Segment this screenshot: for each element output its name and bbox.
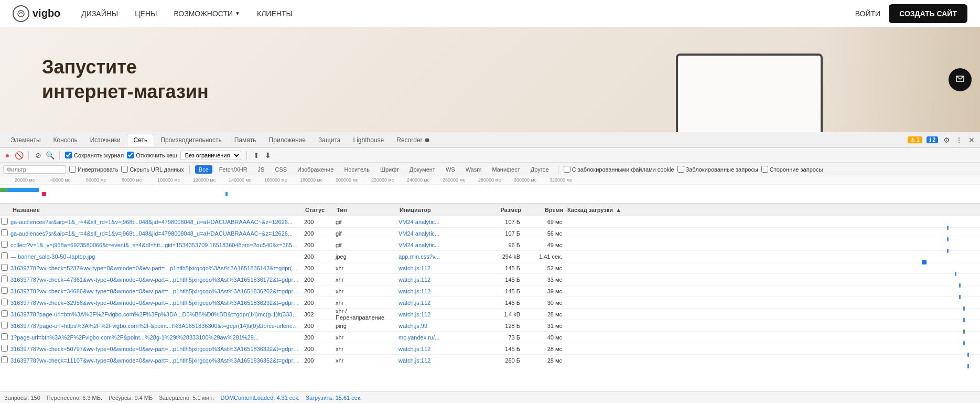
row-checkbox-0[interactable] — [0, 218, 8, 226]
record-button[interactable]: ● — [3, 151, 12, 160]
row-name-4[interactable]: 31639778?wv-check=5237&wv-type=0&wmode=0… — [8, 265, 302, 271]
col-header-cascade[interactable]: Каскад загрузки ▲ — [565, 207, 979, 213]
table-row[interactable]: 31639778?wv-check=5237&wv-type=0&wmode=0… — [0, 262, 980, 274]
row-initiator-5[interactable]: watch.js:112 — [396, 277, 480, 283]
row-initiator-10[interactable]: mc.yandex.ru/... — [396, 334, 480, 341]
tab-lighthouse[interactable]: Lighthouse — [347, 134, 391, 146]
table-row[interactable]: 31639778?wv-check=47361&wv-type=0&wmode=… — [0, 274, 980, 285]
row-name-2[interactable]: collect?v=1&_v=j968a=6923580066&t=event&… — [8, 242, 302, 248]
row-name-12[interactable]: 31639778?wv-check=11107&wv-type=0&wmode=… — [8, 357, 302, 364]
close-devtools-icon[interactable]: ✕ — [967, 136, 976, 144]
row-name-5[interactable]: 31639778?wv-check=47361&wv-type=0&wmode=… — [8, 277, 302, 283]
tab-recorder[interactable]: Recorder ⏺ — [390, 134, 437, 146]
filter-type-wasm[interactable]: Wasm — [462, 165, 486, 174]
throttle-select[interactable]: Без ограничения — [180, 151, 241, 160]
col-header-time[interactable]: Время — [523, 207, 565, 213]
hide-url-checkbox[interactable]: Скрыть URL данных — [121, 166, 184, 173]
table-row[interactable]: — banner_sale-30-50--laptop.jpg 200 jpeg… — [0, 251, 980, 262]
row-initiator-9[interactable]: watch.js:99 — [396, 323, 480, 329]
login-button[interactable]: ВОЙТИ — [855, 9, 880, 18]
col-header-size[interactable]: Размер — [481, 207, 523, 213]
row-checkbox-12[interactable] — [0, 356, 8, 364]
filter-type-other[interactable]: Другое — [527, 165, 553, 174]
filter-type-document[interactable]: Документ — [406, 165, 439, 174]
chat-button[interactable] — [949, 68, 972, 91]
preserve-log-checkbox[interactable]: Сохранять журнал — [65, 152, 124, 158]
filter-icon[interactable]: ⊘ — [34, 151, 42, 160]
invert-filter-checkbox[interactable]: Инвертировать — [69, 166, 118, 173]
filter-type-css[interactable]: CSS — [271, 165, 290, 174]
row-checkbox-1[interactable] — [0, 229, 8, 237]
row-name-0[interactable]: ga-audiences?sr&aip=1&_r=4&slf_rd=1&v=j9… — [8, 219, 302, 225]
row-initiator-11[interactable]: watch.js:112 — [396, 346, 480, 352]
alert-badge[interactable]: ⚠ 1 — [908, 136, 922, 143]
row-checkbox-8[interactable] — [0, 310, 8, 318]
filter-type-js[interactable]: JS — [254, 165, 268, 174]
row-checkbox-6[interactable] — [0, 287, 8, 295]
import-icon[interactable]: ⬆ — [252, 151, 261, 160]
row-name-11[interactable]: 31639778?wv-check=50797&wv-type=0&wmode=… — [8, 346, 302, 352]
row-name-7[interactable]: 31639778?wv-check=32956&wv-type=0&wmode=… — [8, 300, 302, 306]
tab-console[interactable]: Консоль — [47, 134, 84, 146]
row-name-8[interactable]: 31639778?page-url=btn%3A%2F%2Fvigbo.com%… — [8, 311, 302, 317]
tab-performance[interactable]: Производительность — [154, 134, 228, 146]
col-header-initiator[interactable]: Инициатор — [397, 207, 481, 213]
filter-type-ws[interactable]: WS — [442, 165, 459, 174]
filter-type-media[interactable]: Носитель — [340, 165, 373, 174]
filter-input[interactable] — [3, 165, 66, 174]
row-name-3[interactable]: — banner_sale-30-50--laptop.jpg — [8, 253, 302, 260]
tab-memory[interactable]: Память — [228, 134, 263, 146]
nav-link-tseny[interactable]: ЦЕНЫ — [135, 9, 157, 18]
table-row[interactable]: collect?v=1&_v=j968a=6923580066&t=event&… — [0, 239, 980, 251]
tab-network[interactable]: Сеть — [127, 134, 155, 146]
nav-link-klienty[interactable]: КЛИЕНТЫ — [257, 9, 293, 18]
col-header-status[interactable]: Статус — [303, 207, 335, 213]
more-options-icon[interactable]: ⋮ — [955, 136, 963, 144]
table-row[interactable]: 1?page-url=btn%3A%2F%2Fvigbo.com%2F&poin… — [0, 332, 980, 343]
blocked-cookies-checkbox[interactable]: С заблокированными файлами cookie — [564, 166, 674, 173]
row-initiator-0[interactable]: VM24 analytic... — [396, 219, 480, 225]
row-checkbox-4[interactable] — [0, 264, 8, 272]
row-checkbox-7[interactable] — [0, 299, 8, 306]
row-initiator-1[interactable]: VM24 analytic... — [396, 230, 480, 237]
row-checkbox-2[interactable] — [0, 241, 8, 249]
filter-type-manifest[interactable]: Манифест — [488, 165, 523, 174]
table-row[interactable]: ga-audiences?sr&aip=1&_r=4&slf_rd=1&v=j9… — [0, 216, 980, 228]
filter-type-image[interactable]: Изображение — [294, 165, 337, 174]
row-name-6[interactable]: 31639778?wv-check=34686&wv-type=0&wmode=… — [8, 288, 302, 294]
export-icon[interactable]: ⬇ — [264, 151, 272, 160]
table-row[interactable]: 31639778?wv-check=32956&wv-type=0&wmode=… — [0, 297, 980, 309]
row-name-1[interactable]: ga-audiences?sr&aip=1&_r=4&slf_rd=1&v=j9… — [8, 230, 302, 237]
clear-button[interactable]: 🚫 — [15, 151, 23, 160]
row-name-9[interactable]: 31639778?page-url=https%3A%2F%2Fvigbo.co… — [8, 323, 302, 329]
third-party-checkbox[interactable]: Сторонние запросы — [761, 166, 823, 173]
tab-elements[interactable]: Элементы — [4, 134, 47, 146]
nav-link-dizayny[interactable]: ДИЗАЙНЫ — [81, 9, 118, 18]
table-row[interactable]: 31639778?wv-check=34686&wv-type=0&wmode=… — [0, 285, 980, 297]
filter-type-xhr[interactable]: Fetch/XHR — [216, 165, 251, 174]
col-header-type[interactable]: Тип — [335, 207, 397, 213]
row-initiator-7[interactable]: watch.js:112 — [396, 300, 480, 306]
row-initiator-2[interactable]: VM24 analytic... — [396, 242, 480, 248]
row-checkbox-10[interactable] — [0, 333, 8, 341]
tab-security[interactable]: Защита — [312, 134, 347, 146]
create-site-button[interactable]: СОЗДАТЬ САЙТ — [889, 4, 967, 23]
filter-type-all[interactable]: Все — [195, 165, 212, 174]
row-initiator-12[interactable]: watch.js:112 — [396, 357, 480, 364]
search-icon[interactable]: 🔍 — [46, 151, 54, 160]
row-initiator-3[interactable]: app.min.css?v... — [396, 253, 480, 260]
col-header-name[interactable]: Название — [9, 207, 303, 213]
table-row[interactable]: ga-audiences?sr&aip=1&_r=4&slf_rd=1&v=j9… — [0, 228, 980, 239]
table-row[interactable]: 31639778?page-url=https%3A%2F%2Fvigbo.co… — [0, 320, 980, 332]
table-row[interactable]: 31639778?wv-check=11107&wv-type=0&wmode=… — [0, 355, 980, 366]
nav-link-vozmozhnosti[interactable]: ВОЗМОЖНОСТИ ▼ — [174, 9, 240, 18]
settings-icon[interactable]: ⚙ — [942, 136, 951, 144]
row-checkbox-3[interactable] — [0, 252, 8, 260]
disable-cache-checkbox[interactable]: Отключить кеш — [127, 152, 177, 158]
row-checkbox-5[interactable] — [0, 275, 8, 283]
nav-logo[interactable]: vigbo — [13, 5, 60, 22]
info-badge[interactable]: ℹ 2 — [927, 136, 938, 143]
blocked-requests-checkbox[interactable]: Заблокированные запросы — [677, 166, 758, 173]
row-initiator-8[interactable]: watch.js:112 — [396, 311, 480, 317]
row-checkbox-11[interactable] — [0, 345, 8, 353]
